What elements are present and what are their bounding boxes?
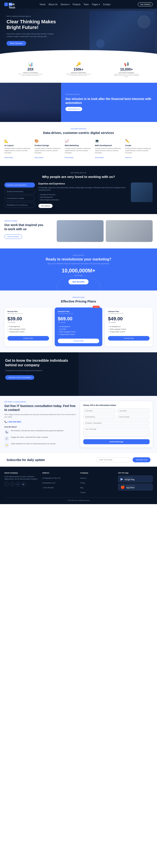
services-section: OUR MAIN SERVICES Data-driven, customer-…	[0, 122, 157, 166]
plan-normal-period: / Per Month	[7, 322, 49, 323]
why-us-section: WHY WORK WITH US Why people are very lov…	[0, 166, 157, 214]
portfolio-tag: DESIGN STORIES	[4, 220, 52, 222]
service-design-link[interactable]: Read Details	[34, 157, 43, 158]
social-linkedin-icon[interactable]: in	[16, 482, 20, 486]
pricing-tag: PRICING PLANS	[4, 297, 153, 298]
nav-home[interactable]: Home	[40, 3, 46, 6]
team-description: Comprehensive financial consulting servi…	[5, 370, 73, 372]
form-message-textarea[interactable]	[83, 427, 150, 437]
footer-link-blog: Blog	[80, 485, 115, 489]
hero-background-image	[89, 11, 155, 55]
plan-normal-cta-button[interactable]: Choose Plan	[7, 336, 49, 341]
cta-decorative-circles	[57, 275, 100, 290]
why-tab-expertise[interactable]: Expertise and Experience	[4, 183, 35, 187]
why-feature-2: Web Development	[38, 196, 127, 198]
footer-link-contact: Contact	[80, 490, 115, 494]
contact-tag: GET FREE IT CONSULTATION	[4, 401, 77, 403]
form-phone-input[interactable]	[117, 414, 150, 419]
service-marketing-name: Web Marketing	[65, 144, 92, 147]
stat-campaigns-value: 10,000+	[113, 67, 139, 71]
form-company-input[interactable]	[83, 421, 150, 425]
why-cta-button[interactable]: Get Started	[38, 204, 53, 208]
plan-ultimate-price: $49.00	[108, 316, 150, 322]
team-cta-button[interactable]: Schedule a Free Consultation	[5, 375, 34, 380]
service-dev-desc: Globally network seamless intellectual c…	[95, 148, 122, 154]
nav-service[interactable]: Service	[61, 3, 70, 6]
stat-keywords-desc: Appropriately enable intuitive content s…	[66, 73, 91, 76]
why-tab-reliability[interactable]: Reliability and Consistency	[4, 202, 35, 208]
google-play-button[interactable]: ▶ Download on the Google Play	[118, 475, 153, 482]
plan-standard-feature-3: Multi-Language Content	[58, 331, 99, 333]
contact-section: GET FREE IT CONSULTATION Get free IT bus…	[0, 396, 157, 453]
nav-contact[interactable]: Contact	[103, 3, 110, 6]
service-marketing-link[interactable]: Read Details	[65, 157, 74, 158]
pricing-grid: Normal Plan Get Popular Plan From Us $39…	[4, 308, 153, 346]
app-store-name: App Store	[126, 487, 134, 489]
service-layout-desc: Globally network seamless intellectual c…	[4, 148, 32, 154]
why-detail-desc: Compellingly supply just in time partner…	[38, 187, 127, 191]
stat-roi-value: 20X	[18, 67, 44, 71]
hero-image-overlay	[85, 9, 157, 57]
nav-projects[interactable]: Projects	[73, 3, 80, 6]
plan-standard-name: Standard Plan	[58, 311, 99, 312]
cta-number: 10,000,000M+	[6, 268, 151, 274]
form-submit-button[interactable]: Submit Message	[83, 439, 150, 444]
team-section: Get to know the incredible individuals b…	[0, 352, 157, 396]
service-create-icon: ✏️	[125, 139, 153, 143]
nav-team[interactable]: Team	[83, 3, 89, 6]
portfolio-cta-button[interactable]: View All Stories	[4, 234, 22, 239]
nav-pages[interactable]: Pages	[92, 3, 100, 6]
social-twitter-icon[interactable]: t	[10, 482, 15, 486]
form-email-input[interactable]	[83, 414, 115, 419]
plan-ultimate-cta-button[interactable]: Choose Plan	[108, 336, 150, 341]
subscribe-email-input[interactable]	[96, 457, 131, 462]
app-store-button[interactable]: 🍎 Download on the App Store	[118, 484, 153, 490]
services-title: Data-driven, customer-centric digital se…	[4, 131, 153, 134]
subscribe-section: Subscribe for daily update Subscribe Now	[0, 453, 157, 467]
plan-standard-cta-button[interactable]: Choose Plan	[58, 339, 99, 343]
form-lastname-input[interactable]	[117, 408, 150, 413]
why-detail-title: Expertise and Experience	[38, 183, 127, 185]
social-facebook-icon[interactable]: f	[4, 482, 9, 486]
footer-app-col: Get The App ▶ Download on the Google Pla…	[118, 472, 153, 494]
navigation: Web Tech Home About Us Service Projects …	[0, 0, 157, 9]
why-tab-safety[interactable]: Commitment to Safety	[4, 195, 35, 201]
service-design-icon: 🎨	[34, 139, 62, 143]
service-dev-link[interactable]: Read Details	[95, 157, 104, 158]
about-content: OUR MAIN MISSION Our mission is to look …	[61, 83, 157, 122]
plan-ultimate-feature-2: Multi-Language Content	[108, 328, 150, 331]
service-layout-link[interactable]: Read Details	[4, 157, 13, 158]
social-youtube-icon[interactable]: ▶	[21, 482, 26, 486]
hero-cta-button[interactable]: More Services	[6, 41, 26, 46]
form-firstname-input[interactable]	[83, 408, 115, 413]
stat-campaigns-icon: 📢	[113, 62, 139, 67]
footer-about-col: About Company Lorem adipiscing dolor sit…	[4, 472, 39, 494]
service-item-marketing: 📈 Web Marketing Globally network seamles…	[65, 139, 92, 159]
hero-title: Clear Thinking Makes Bright Future!	[6, 19, 63, 30]
stat-roi: 📊 20X Return on investment Return on inv…	[18, 62, 44, 77]
subscribe-form: Subscribe Now	[96, 457, 151, 462]
about-section: OUR MAIN MISSION Our mission is to look …	[0, 83, 157, 122]
plan-ultimate-features: AI Management Multi-Language Content Pro…	[108, 326, 150, 333]
why-feature-3: Search Engine Optimization	[38, 198, 127, 201]
portfolio-images	[57, 220, 153, 242]
service-marketing-icon: 📈	[65, 139, 92, 143]
step-2-icon: 💬	[4, 436, 9, 441]
nav-cta-button[interactable]: Get Started	[138, 2, 153, 6]
footer-copyright: © 2024 Web Tech. All Rights Reserved.	[4, 497, 153, 501]
nav-about[interactable]: About Us	[49, 3, 57, 6]
about-cta-button[interactable]: More About Us	[66, 107, 82, 111]
why-tab-quality[interactable]: Quality Workmanship	[4, 189, 35, 194]
contact-title: Get free IT business consultation today.…	[4, 404, 77, 412]
stat-campaigns-desc: Authoritatively fashion cross-unit strat…	[113, 73, 139, 77]
logo[interactable]: Web Tech	[4, 3, 12, 6]
stat-keywords: 🔑 150k+ Keywords optimization Appropriat…	[66, 62, 91, 77]
service-create-link[interactable]: Read Out	[125, 157, 132, 158]
why-feature-1: Strategy and Planning	[38, 193, 127, 196]
about-tag: OUR MAIN MISSION	[66, 94, 153, 95]
service-design-name: Product Design	[34, 144, 62, 147]
cta-title: Ready to revolutionize your marketing?	[6, 257, 151, 261]
subscribe-button[interactable]: Subscribe Now	[133, 457, 151, 462]
contact-description: We're happy to answer any questions you …	[4, 413, 77, 418]
pricing-card-standard: Popular Standard Plan Get Popular Plan F…	[55, 308, 103, 346]
